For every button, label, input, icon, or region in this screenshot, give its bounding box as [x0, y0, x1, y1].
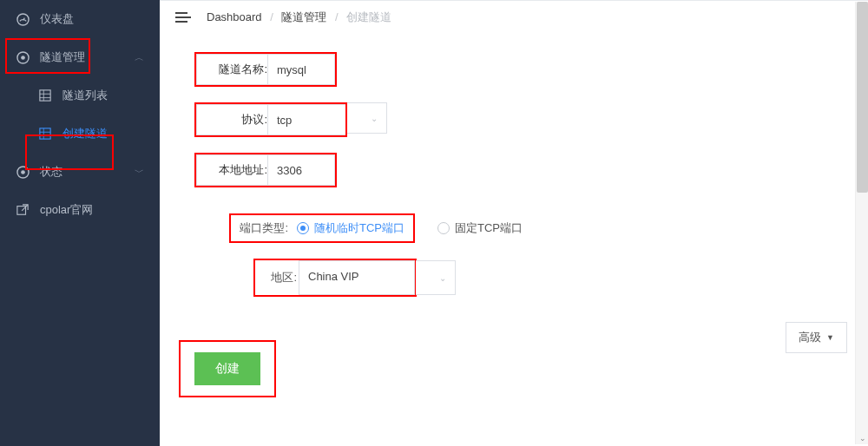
scrollbar-thumb[interactable]	[857, 2, 868, 193]
chevron-down-icon: ﹀	[135, 166, 144, 179]
sidebar-item-label: 仪表盘	[40, 11, 74, 27]
svg-rect-14	[17, 207, 26, 215]
region-label: 地区:	[260, 270, 297, 285]
main-content: Dashboard / 隧道管理 / 创建隧道 隧道名称: 协议: tcp	[160, 0, 868, 446]
breadcrumb-current: 创建隧道	[346, 10, 391, 23]
protocol-select-value[interactable]: tcp	[267, 104, 345, 135]
region-select-arrow-box[interactable]: ⌄	[416, 260, 456, 295]
sidebar-item-label: 隧道列表	[62, 88, 108, 103]
create-button[interactable]: 创建	[194, 352, 260, 385]
protocol-value: tcp	[277, 114, 292, 127]
submit-wrap: 创建	[179, 340, 842, 397]
tunnel-form: 隧道名称: 协议: tcp ⌄ 本地地址:	[160, 35, 868, 397]
radio-circle-checked	[297, 222, 309, 234]
sidebar: 仪表盘 隧道管理 ︿ 隧道列表 创建隧道	[0, 0, 160, 446]
chevron-down-icon: ⌄	[371, 114, 378, 123]
protocol-label: 协议:	[196, 104, 267, 135]
caret-down-icon: ▼	[826, 333, 834, 342]
chevron-down-icon: ⌄	[439, 273, 446, 283]
sidebar-item-dashboard[interactable]: 仪表盘	[0, 0, 160, 38]
external-icon	[16, 203, 30, 217]
sidebar-item-tunnel-list[interactable]: 隧道列表	[23, 76, 160, 115]
dashboard-icon	[16, 12, 30, 26]
row-port-type: 端口类型: 随机临时TCP端口 固定TCP端口	[229, 213, 842, 243]
breadcrumb-mid[interactable]: 隧道管理	[281, 10, 326, 23]
region-value: China VIP	[308, 270, 359, 283]
svg-point-13	[21, 170, 25, 174]
scrollbar-arrow-down[interactable]: ⌄	[856, 431, 868, 444]
menu-toggle-icon[interactable]	[175, 12, 191, 23]
advanced-button[interactable]: 高级 ▼	[786, 322, 847, 353]
address-label: 本地地址:	[196, 154, 267, 186]
sidebar-item-label: cpolar官网	[40, 202, 93, 218]
name-label: 隧道名称:	[196, 54, 267, 85]
radio-fixed-port[interactable]: 固定TCP端口	[437, 220, 523, 236]
sidebar-item-cpolar-site[interactable]: cpolar官网	[0, 191, 160, 229]
svg-rect-4	[40, 90, 50, 101]
tunnel-name-input[interactable]	[267, 54, 335, 85]
row-local-address: 本地地址:	[194, 153, 842, 187]
region-select-value[interactable]: China VIP	[299, 260, 415, 295]
scrollbar-vertical[interactable]: ⌄	[855, 2, 868, 444]
local-address-input[interactable]	[267, 154, 335, 186]
chevron-up-icon: ︿	[135, 51, 144, 64]
row-protocol: 协议: tcp ⌄	[194, 102, 842, 137]
port-type-label: 端口类型:	[236, 220, 288, 236]
highlight-tunnel-manage	[5, 38, 90, 74]
radio-label: 随机临时TCP端口	[314, 220, 404, 236]
highlight-create-tunnel	[25, 134, 114, 170]
radio-label: 固定TCP端口	[455, 220, 523, 236]
row-tunnel-name: 隧道名称:	[194, 52, 842, 87]
radio-circle	[437, 222, 450, 234]
header: Dashboard / 隧道管理 / 创建隧道	[160, 1, 868, 35]
breadcrumb: Dashboard / 隧道管理 / 创建隧道	[207, 10, 391, 25]
protocol-select-arrow-box[interactable]: ⌄	[347, 102, 387, 134]
breadcrumb-root[interactable]: Dashboard	[207, 10, 262, 23]
breadcrumb-sep: /	[335, 10, 339, 23]
row-region: 地区: China VIP ⌄	[253, 259, 842, 297]
grid-icon	[38, 89, 52, 102]
breadcrumb-sep: /	[270, 10, 273, 23]
advanced-label: 高级	[799, 330, 821, 345]
radio-random-port[interactable]: 随机临时TCP端口	[297, 220, 404, 236]
